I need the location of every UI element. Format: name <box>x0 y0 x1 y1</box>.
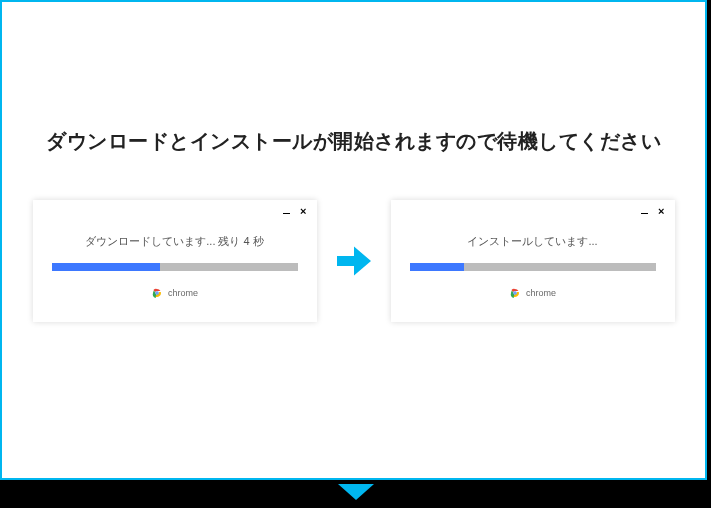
minimize-icon[interactable] <box>641 213 648 215</box>
chrome-logo-icon <box>151 287 163 299</box>
download-panel: × ダウンロードしています... 残り 4 秒 chrome <box>33 200 317 322</box>
window-controls: × <box>641 206 664 217</box>
download-status-text: ダウンロードしています... 残り 4 秒 <box>85 234 263 249</box>
download-progress-track <box>52 263 298 271</box>
download-progress-fill <box>52 263 160 271</box>
chrome-brand-label: chrome <box>168 288 198 298</box>
window-controls: × <box>283 206 306 217</box>
chrome-logo-icon <box>509 287 521 299</box>
install-progress-track <box>410 263 656 271</box>
chrome-brand: chrome <box>509 287 556 299</box>
install-progress-fill <box>410 263 464 271</box>
panel-row: × ダウンロードしています... 残り 4 秒 chrome <box>2 200 705 322</box>
chevron-down-icon <box>338 484 374 500</box>
close-icon[interactable]: × <box>658 206 664 217</box>
svg-point-7 <box>514 292 516 294</box>
headline-text: ダウンロードとインストールが開始されますので待機してください <box>2 128 705 155</box>
install-status-text: インストールしています... <box>467 234 597 249</box>
svg-point-3 <box>156 292 158 294</box>
minimize-icon[interactable] <box>283 213 290 215</box>
install-panel: × インストールしています... chrome <box>391 200 675 322</box>
arrow-right-icon <box>337 246 371 276</box>
arrow-container <box>331 246 377 276</box>
close-icon[interactable]: × <box>300 206 306 217</box>
chrome-brand: chrome <box>151 287 198 299</box>
chrome-brand-label: chrome <box>526 288 556 298</box>
instruction-card: ダウンロードとインストールが開始されますので待機してください × ダウンロードし… <box>0 0 707 480</box>
